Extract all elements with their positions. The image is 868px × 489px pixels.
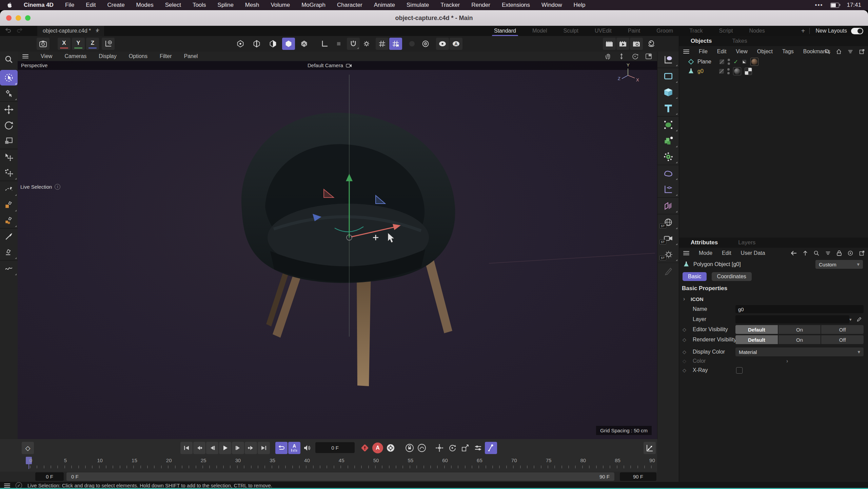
goto-end-button[interactable] [258, 442, 270, 454]
color-expand-arrow[interactable]: › [786, 358, 788, 364]
object-row-g0[interactable]: g0 [679, 67, 868, 76]
menubar-item-help[interactable]: Help [574, 2, 586, 8]
generators-button[interactable] [657, 149, 679, 165]
rotate-view-icon[interactable] [631, 53, 639, 60]
grid-toggle-button[interactable] [376, 38, 389, 50]
home-icon[interactable] [836, 49, 842, 55]
isolate-object-button[interactable] [436, 38, 449, 50]
keyframe-presets-button[interactable] [416, 443, 427, 453]
field-object-button[interactable] [657, 181, 679, 197]
menubar-item-tracker[interactable]: Tracker [440, 2, 460, 8]
layout-tab-script[interactable]: Script [718, 26, 734, 35]
record-scale-toggle[interactable] [459, 442, 471, 454]
play-button[interactable] [219, 442, 231, 454]
material-tag-g0[interactable] [733, 67, 741, 75]
render-picture-viewer-button[interactable] [616, 38, 629, 50]
move-tool[interactable] [0, 101, 18, 117]
axis-z-lock-button[interactable]: Z [86, 38, 99, 50]
renderer-visibility-option-default[interactable]: Default [735, 335, 778, 344]
scene-light-button[interactable]: ST [657, 246, 679, 262]
viewport-menu-filter[interactable]: Filter [160, 53, 172, 59]
auto-mode-button[interactable]: A [450, 38, 462, 50]
volume-builder-button[interactable] [657, 133, 679, 149]
display-color-dropdown[interactable]: Material▾ [735, 347, 864, 356]
find-tool[interactable] [0, 52, 18, 67]
menubar-item-file[interactable]: File [65, 2, 74, 8]
current-frame-field[interactable]: 0 F [315, 442, 355, 453]
undo-icon[interactable] [5, 27, 12, 33]
viewport-menu-cameras[interactable]: Cameras [64, 53, 86, 59]
tweak-tool[interactable] [0, 86, 18, 101]
up-arrow-icon[interactable] [803, 250, 808, 256]
scene-camera-button[interactable]: ST [657, 230, 679, 246]
model-mode-button[interactable] [282, 38, 295, 50]
track-target-icon[interactable] [847, 250, 853, 256]
open-window-icon[interactable] [859, 250, 865, 256]
sound-toggle-button[interactable] [301, 442, 313, 454]
viewport-menu-panel[interactable]: Panel [184, 53, 198, 59]
layer-toggle[interactable] [719, 69, 724, 74]
previous-frame-button[interactable] [206, 442, 218, 454]
menubar-item-mesh[interactable]: Mesh [245, 2, 259, 8]
capture-tool-button[interactable] [37, 38, 50, 50]
add-layout-button[interactable]: + [801, 27, 805, 35]
deformer-button[interactable] [657, 165, 679, 181]
layer-dropdown-arrow[interactable]: ▾ [849, 317, 852, 322]
record-rotation-toggle[interactable] [446, 442, 458, 454]
edges-mode-button[interactable] [250, 38, 263, 50]
search-icon[interactable] [813, 250, 820, 256]
renderer-visibility-option-off[interactable]: Off [821, 335, 864, 344]
chair-model[interactable] [241, 113, 455, 386]
primitive-cube-button[interactable] [657, 84, 679, 100]
live-selection-tool[interactable] [0, 70, 18, 86]
attributes-menu-icon[interactable] [683, 251, 689, 255]
material-tool-button[interactable] [657, 262, 679, 279]
brush-tool[interactable] [0, 228, 18, 244]
axis-x-lock-button[interactable]: X [58, 38, 71, 50]
range-start-field[interactable]: 0 F [35, 472, 64, 481]
menubar-app-name[interactable]: Cinema 4D [24, 2, 54, 8]
viewport-menu-view[interactable]: View [41, 53, 52, 59]
viewport-menu-icon[interactable] [22, 54, 28, 58]
rotate-tool[interactable] [0, 117, 18, 133]
subdivision-surface-button[interactable] [657, 116, 679, 133]
timeline-ruler[interactable]: 051015202530354045505560657075808590 [0, 457, 679, 470]
material-tag-plane[interactable] [750, 58, 758, 66]
snap-settings-gear-icon[interactable] [360, 38, 373, 50]
keyframe-settings-button[interactable] [385, 443, 396, 453]
layer-input[interactable] [735, 315, 849, 323]
menubar-item-mograph[interactable]: MoGraph [301, 2, 326, 8]
editor-visibility-option-off[interactable]: Off [821, 325, 864, 334]
info-icon[interactable]: i [55, 184, 60, 190]
xray-checkbox[interactable] [736, 367, 743, 374]
sky-environment-button[interactable]: ST [657, 214, 679, 230]
new-layouts-toggle[interactable] [851, 28, 863, 34]
layout-tab-paint[interactable]: Paint [627, 26, 641, 35]
tab-basic[interactable]: Basic [683, 272, 707, 281]
viewport-canvas[interactable]: Perspective Default Camera Y Z X [18, 61, 657, 439]
menubar-more-icon[interactable]: ••• [815, 2, 823, 8]
phong-tag-icon[interactable] [742, 59, 747, 64]
layout-tab-model[interactable]: Model [532, 26, 548, 35]
objects-menu-edit[interactable]: Edit [717, 49, 727, 55]
transform-tool[interactable] [0, 149, 18, 165]
spline-primitive-button[interactable] [657, 68, 679, 84]
name-input[interactable]: g0 [735, 305, 864, 313]
keyframe-selection-button[interactable] [404, 443, 415, 453]
tab-layers[interactable]: Layers [738, 239, 755, 246]
toggle-view-icon[interactable] [645, 53, 652, 60]
tab-coordinates[interactable]: Coordinates [712, 272, 752, 281]
next-key-button[interactable] [245, 442, 257, 454]
tab-takes[interactable]: Takes [732, 38, 747, 44]
menubar-item-extensions[interactable]: Extensions [502, 2, 530, 8]
fcurve-mode-button[interactable] [644, 442, 656, 454]
texture-mode-button[interactable] [298, 38, 311, 50]
preset-dropdown[interactable]: Custom▾ [815, 260, 863, 269]
range-slider[interactable]: 0 F 90 F [66, 472, 614, 481]
axis-center-button[interactable] [419, 38, 432, 50]
render-settings-button[interactable] [630, 38, 643, 50]
apple-icon[interactable] [7, 2, 12, 8]
modeling-settings-button[interactable] [406, 38, 418, 50]
icon-group-row[interactable]: › ICON [679, 294, 868, 304]
menubar-item-window[interactable]: Window [541, 2, 562, 8]
